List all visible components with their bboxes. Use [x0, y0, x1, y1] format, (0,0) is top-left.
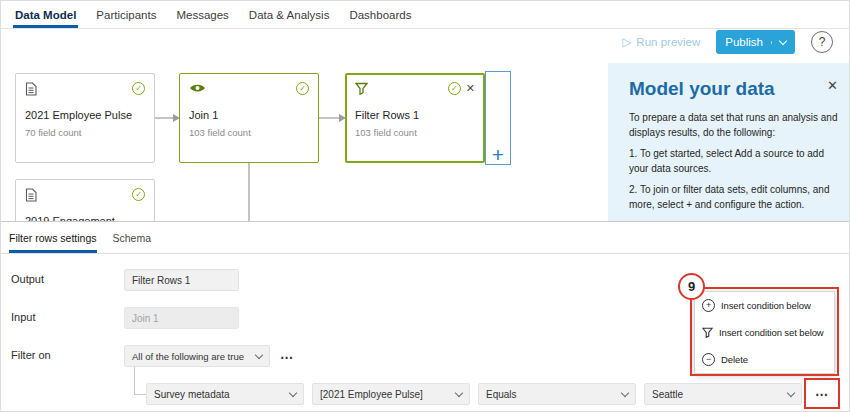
- condition-operator-value: Equals: [486, 389, 517, 400]
- close-icon[interactable]: ✕: [466, 83, 475, 94]
- node-title: Filter Rows 1: [355, 109, 475, 121]
- input-label: Input: [11, 311, 35, 323]
- filter-on-label: Filter on: [11, 349, 51, 361]
- condition-field-select[interactable]: [2021 Employee Pulse]: [312, 383, 470, 405]
- tab-messages[interactable]: Messages: [176, 1, 228, 28]
- node-filter-rows-1[interactable]: ✓ ✕ Filter Rows 1 103 field count: [345, 73, 485, 163]
- condition-more-icon[interactable]: ⋯: [809, 383, 835, 405]
- input-field: Join 1: [124, 307, 239, 329]
- tab-participants[interactable]: Participants: [96, 1, 156, 28]
- chevron-down-icon: [779, 36, 787, 44]
- settings-tabs: Filter rows settings Schema: [1, 222, 849, 254]
- node-field-count: 70 field count: [25, 127, 145, 138]
- condition-field-type-value: Survey metadata: [154, 389, 230, 400]
- condition-field-value: [2021 Employee Pulse]: [320, 389, 423, 400]
- add-action-box[interactable]: +: [485, 71, 511, 165]
- help-button[interactable]: ?: [811, 31, 833, 53]
- node-2021-employee-pulse[interactable]: ✓ 2021 Employee Pulse 70 field count: [15, 73, 155, 163]
- more-icon[interactable]: ⋯: [277, 347, 297, 367]
- condition-value-select[interactable]: Seattle: [644, 383, 802, 405]
- chevron-down-icon: [787, 388, 795, 396]
- publish-button[interactable]: Publish: [716, 30, 795, 54]
- close-icon[interactable]: ✕: [827, 78, 838, 93]
- check-icon: ✓: [448, 82, 461, 95]
- document-icon: [25, 188, 37, 202]
- chevron-down-icon: [289, 388, 297, 396]
- menu-item-insert-condition-set-below[interactable]: Insert condition set below: [695, 319, 834, 346]
- run-preview-label: Run preview: [636, 36, 700, 48]
- filter-icon: [702, 327, 713, 338]
- top-nav: Data Model Participants Messages Data & …: [1, 1, 849, 29]
- node-2019-engagement[interactable]: ✓ 2019 Engagement: [15, 179, 155, 221]
- chevron-down-icon: [455, 388, 463, 396]
- condition-field-type-select[interactable]: Survey metadata: [146, 383, 304, 405]
- menu-item-insert-condition-below[interactable]: + Insert condition below: [695, 292, 834, 319]
- node-join-1[interactable]: ✓ Join 1 103 field count: [179, 73, 319, 163]
- node-head: ✓: [25, 188, 145, 204]
- menu-item-label: Insert condition set below: [719, 327, 824, 338]
- filter-logic-select[interactable]: All of the following are true: [124, 345, 270, 367]
- chevron-down-icon: [255, 350, 263, 358]
- condition-connector: [134, 367, 146, 395]
- help-panel: ✕ Model your data To prepare a data set …: [608, 63, 850, 221]
- join-icon: [189, 82, 206, 94]
- node-title: Join 1: [189, 109, 309, 121]
- help-panel-step-1: 1. To get started, select Add a source t…: [629, 147, 841, 176]
- chevron-down-icon: [621, 388, 629, 396]
- node-head: ✓: [189, 82, 309, 98]
- node-head: ✓ ✕: [355, 82, 475, 98]
- app-window: Data Model Participants Messages Data & …: [0, 0, 850, 412]
- plus-icon[interactable]: +: [492, 144, 504, 165]
- tab-schema[interactable]: Schema: [113, 222, 152, 253]
- menu-item-label: Insert condition below: [721, 300, 811, 311]
- output-input[interactable]: Filter Rows 1: [124, 269, 239, 291]
- tab-data-model[interactable]: Data Model: [15, 1, 76, 28]
- play-icon: ▷: [622, 36, 631, 48]
- menu-item-delete[interactable]: − Delete: [695, 346, 834, 373]
- condition-value: Seattle: [652, 389, 683, 400]
- help-panel-step-2: 2. To join or filter data sets, edit col…: [629, 183, 841, 212]
- plus-circle-icon: +: [702, 299, 715, 312]
- tab-dashboards[interactable]: Dashboards: [349, 1, 411, 28]
- publish-dropdown[interactable]: [771, 41, 786, 44]
- help-panel-intro: To prepare a data set that runs an analy…: [629, 111, 841, 140]
- publish-label: Publish: [725, 36, 763, 48]
- check-icon: ✓: [296, 82, 309, 95]
- canvas-toolbar: ▷ Run preview Publish ?: [622, 30, 833, 54]
- help-panel-title: Model your data: [629, 78, 841, 100]
- check-icon: ✓: [132, 188, 145, 201]
- filter-icon: [355, 82, 368, 95]
- annotation-step-number: 9: [688, 279, 695, 294]
- node-field-count: 103 field count: [189, 127, 309, 138]
- input-value: Join 1: [132, 313, 159, 324]
- check-icon: ✓: [132, 82, 145, 95]
- output-value: Filter Rows 1: [132, 275, 190, 286]
- condition-operator-select[interactable]: Equals: [478, 383, 636, 405]
- node-field-count: 103 field count: [355, 127, 475, 138]
- document-icon: [25, 82, 37, 96]
- output-label: Output: [11, 273, 44, 285]
- tab-filter-rows-settings[interactable]: Filter rows settings: [9, 222, 97, 253]
- menu-item-label: Delete: [721, 354, 748, 365]
- condition-context-menu: + Insert condition below Insert conditio…: [694, 291, 835, 374]
- annotation-step-badge: 9: [678, 273, 705, 300]
- run-preview-button[interactable]: ▷ Run preview: [622, 36, 700, 48]
- node-head: ✓: [25, 82, 145, 98]
- node-title: 2021 Employee Pulse: [25, 109, 145, 121]
- node-status-group: ✓ ✕: [448, 82, 475, 95]
- tab-data-analysis[interactable]: Data & Analysis: [249, 1, 330, 28]
- filter-logic-value: All of the following are true: [132, 351, 244, 362]
- minus-circle-icon: −: [702, 353, 715, 366]
